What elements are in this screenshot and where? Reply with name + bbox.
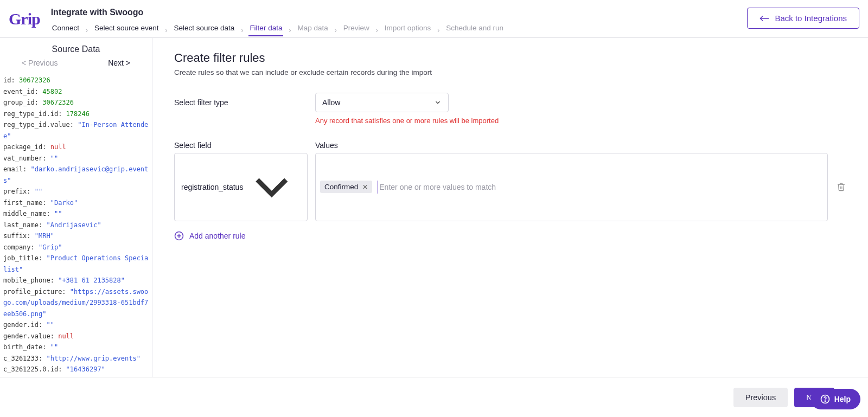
- chevron-right-icon: ›: [86, 27, 88, 34]
- json-line: job_title: "Product Operations Specialis…: [3, 253, 149, 275]
- page-title: Integrate with Swoogo: [51, 8, 505, 17]
- value-chip-label: Confirmed: [324, 183, 358, 191]
- crumb-filter-data[interactable]: Filter data: [248, 24, 283, 36]
- footer: Previous Next Help: [0, 377, 868, 417]
- json-line: last_name: "Andrijasevic": [3, 220, 149, 231]
- json-line: first_name: "Darko": [3, 197, 149, 209]
- back-to-integrations-button[interactable]: Back to Integrations: [747, 8, 859, 29]
- filter-type-select[interactable]: Allow: [315, 93, 449, 112]
- svg-point-5: [825, 401, 825, 401]
- json-line: company: "Grip": [3, 242, 149, 253]
- field-header: Select field: [174, 141, 315, 150]
- json-line: c_3261233: "http://www.grip.events": [3, 353, 149, 364]
- json-line: gender.value: null: [3, 331, 149, 342]
- filter-type-label: Select filter type: [174, 98, 315, 107]
- source-next-button[interactable]: Next >: [108, 59, 130, 67]
- json-line: reg_type_id.id: 178246: [3, 108, 149, 120]
- chevron-right-icon: ›: [289, 27, 291, 34]
- previous-button[interactable]: Previous: [733, 388, 788, 407]
- json-line: prefix: "": [3, 186, 149, 197]
- top-left: Grip Integrate with Swoogo Connect›Selec…: [9, 8, 505, 36]
- trash-icon: [837, 182, 846, 191]
- crumb-select-source-data[interactable]: Select source data: [173, 24, 236, 36]
- json-line: reg_type_id.value: "In-Person Attendee": [3, 119, 149, 142]
- chevron-right-icon: ›: [335, 27, 337, 34]
- help-fab-label: Help: [834, 395, 851, 403]
- top-bar: Grip Integrate with Swoogo Connect›Selec…: [0, 0, 868, 38]
- plus-circle-icon: [174, 231, 184, 241]
- json-line: c_3261225.0.id: "16436297": [3, 364, 149, 375]
- filter-type-help: Any record that satisfies one or more ru…: [315, 117, 846, 125]
- title-block: Integrate with Swoogo Connect›Select sou…: [51, 8, 505, 36]
- logo: Grip: [9, 8, 40, 28]
- json-line: group_id: 30672326: [3, 97, 149, 108]
- chevron-right-icon: ›: [376, 27, 378, 34]
- rule-headers: Select field Values: [174, 141, 846, 150]
- chevron-down-icon: [434, 99, 442, 106]
- back-button-label: Back to Integrations: [775, 14, 847, 23]
- crumb-select-source-event[interactable]: Select source event: [93, 24, 160, 36]
- crumb-map-data: Map data: [296, 24, 329, 36]
- help-fab[interactable]: Help: [810, 389, 860, 409]
- arrow-left-icon: [760, 15, 769, 22]
- delete-rule-button[interactable]: [835, 153, 846, 221]
- chevron-right-icon: ›: [437, 27, 439, 34]
- values-header: Values: [315, 141, 338, 150]
- main-subtitle: Create rules so that we can include or e…: [174, 68, 846, 76]
- crumb-import-options: Import options: [384, 24, 432, 36]
- json-line: gender.id: "": [3, 319, 149, 331]
- source-data-title: Source Data: [0, 38, 152, 56]
- rule-field-value: registration_status: [181, 183, 243, 191]
- chevron-right-icon: ›: [165, 27, 168, 34]
- source-data-nav: < Previous Next >: [0, 56, 152, 73]
- source-data-panel: Source Data < Previous Next > id: 306723…: [0, 38, 152, 377]
- json-line: suffix: "MRH": [3, 230, 149, 242]
- add-rule-label: Add another rule: [189, 232, 246, 240]
- filter-type-row: Select filter type Allow: [174, 93, 846, 112]
- json-line: birth_date: "": [3, 342, 149, 353]
- chip-remove-icon[interactable]: ✕: [362, 183, 368, 191]
- json-line: middle_name: "": [3, 208, 149, 220]
- rule-row: registration_status Confirmed ✕: [174, 153, 846, 221]
- values-text-input[interactable]: [378, 181, 823, 194]
- json-line: package_id: null: [3, 142, 149, 153]
- filter-type-value: Allow: [322, 98, 340, 107]
- crumb-preview: Preview: [342, 24, 371, 36]
- main-heading: Create filter rules: [174, 51, 846, 65]
- json-line: email: "darko.andrijasevic@grip.events": [3, 164, 149, 186]
- chevron-down-icon: [243, 158, 301, 216]
- json-line: vat_number: "": [3, 153, 149, 164]
- rule-values-input[interactable]: Confirmed ✕: [315, 153, 828, 221]
- crumb-schedule-and-run: Schedule and run: [445, 24, 505, 36]
- json-line: event_id: 45802: [3, 86, 149, 98]
- value-chip: Confirmed ✕: [320, 181, 372, 193]
- body: Source Data < Previous Next > id: 306723…: [0, 38, 868, 377]
- source-prev-button[interactable]: < Previous: [22, 59, 58, 67]
- main-content: Create filter rules Create rules so that…: [152, 38, 868, 377]
- json-line: mobile_phone: "+381 61 2135828": [3, 275, 149, 286]
- chevron-right-icon: ›: [241, 27, 243, 34]
- help-icon: [820, 394, 830, 404]
- source-data-json[interactable]: id: 30672326event_id: 45802group_id: 306…: [0, 73, 152, 377]
- rule-field-select[interactable]: registration_status: [174, 153, 308, 221]
- crumb-connect[interactable]: Connect: [51, 24, 80, 36]
- add-rule-button[interactable]: Add another rule: [174, 231, 846, 241]
- breadcrumb: Connect›Select source event›Select sourc…: [51, 24, 505, 36]
- json-line: profile_picture: "https://assets.swoogo.…: [3, 286, 149, 320]
- json-line: id: 30672326: [3, 75, 149, 86]
